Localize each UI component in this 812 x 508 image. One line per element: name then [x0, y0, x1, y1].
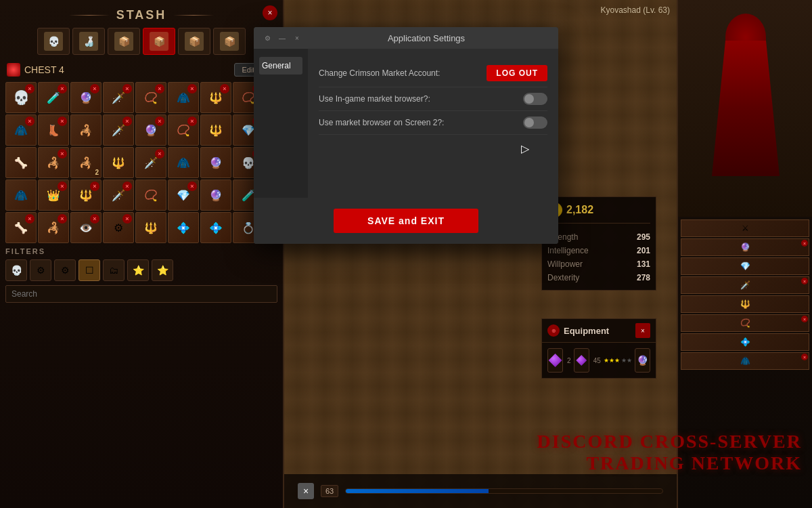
- modal-overlay: ⚙ — × Application Settings General Chang…: [0, 0, 812, 508]
- modal-body: General Change Crimson Market Account: L…: [254, 49, 558, 198]
- setting-row-account: Change Crimson Market Account: LOG OUT: [319, 60, 547, 87]
- modal-titlebar: ⚙ — × Application Settings: [254, 27, 558, 49]
- application-settings-modal: ⚙ — × Application Settings General Chang…: [254, 27, 558, 244]
- save-exit-button[interactable]: SAVE and EXIT: [334, 209, 478, 233]
- toggle-ingame-browser[interactable]: [523, 93, 547, 105]
- setting-label-ingame-browser: Use In-game market browser?:: [319, 94, 430, 104]
- modal-title: Application Settings: [302, 33, 550, 43]
- modal-settings-button[interactable]: ⚙: [262, 33, 273, 43]
- modal-content: Change Crimson Market Account: LOG OUT U…: [308, 49, 558, 198]
- modal-sidebar: General: [254, 49, 308, 198]
- setting-label-account: Change Crimson Market Account:: [319, 68, 440, 78]
- logout-button[interactable]: LOG OUT: [487, 65, 547, 81]
- setting-row-screen2: Use market browser on Screen 2?:: [319, 111, 547, 135]
- setting-row-ingame-browser: Use In-game market browser?:: [319, 87, 547, 111]
- modal-window-controls: ⚙ — ×: [262, 33, 302, 43]
- modal-close-button[interactable]: ×: [292, 33, 302, 43]
- modal-minimize-button[interactable]: —: [277, 33, 288, 43]
- toggle-screen2[interactable]: [523, 117, 547, 129]
- setting-label-screen2: Use market browser on Screen 2?:: [319, 118, 444, 127]
- modal-footer: SAVE and EXIT: [254, 198, 558, 244]
- modal-nav-general[interactable]: General: [259, 57, 302, 75]
